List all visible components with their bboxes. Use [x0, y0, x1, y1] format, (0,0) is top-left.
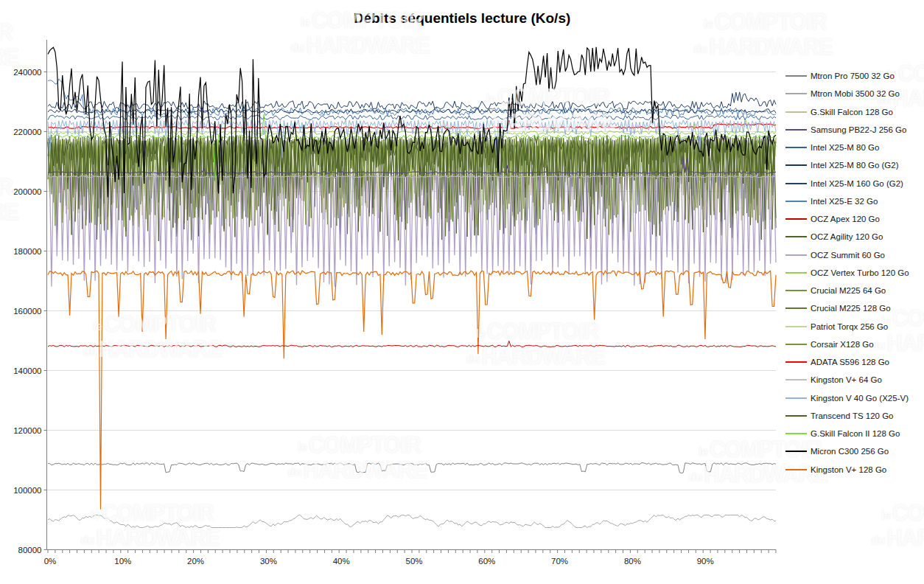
- legend-label: Mtron Mobi 3500 32 Go: [811, 89, 900, 98]
- legend-label: OCZ Agility 120 Go: [811, 232, 883, 241]
- legend-swatch-line: [785, 397, 807, 399]
- legend-item: Intel X25-M 160 Go (G2): [785, 175, 909, 192]
- legend-label: Intel X25-M 80 Go (G2): [811, 161, 899, 170]
- legend-label: Kingston V+ 64 Go: [811, 375, 882, 384]
- legend-item: Mtron Pro 7500 32 Go: [785, 67, 909, 85]
- legend-label: G.Skill Falcon II 128 Go: [811, 429, 900, 438]
- x-tick-label: 20%: [187, 557, 204, 566]
- legend-swatch-line: [785, 307, 807, 309]
- legend-label: Corsair X128 Go: [811, 340, 874, 349]
- legend-swatch-line: [785, 236, 807, 237]
- legend-swatch-line: [785, 147, 807, 148]
- series-line: [48, 515, 776, 528]
- legend-item: Patriot Torqx 256 Go: [785, 318, 909, 336]
- legend-swatch-line: [785, 183, 807, 184]
- legend-label: Kingston V 40 Go (X25-V): [811, 394, 909, 403]
- x-tick-label: 40%: [333, 557, 350, 566]
- legend-item: G.Skill Falcon 128 Go: [785, 103, 909, 121]
- legend-item: G.Skill Falcon II 128 Go: [785, 425, 909, 442]
- legend-item: OCZ Vertex Turbo 120 Go: [785, 264, 909, 282]
- legend-item: Kingston V+ 64 Go: [785, 371, 909, 389]
- legend-label: Kingston V+ 128 Go: [811, 465, 886, 474]
- legend-swatch-line: [785, 254, 807, 256]
- legend-label: OCZ Summit 60 Go: [811, 251, 885, 260]
- legend-item: Intel X25-E 32 Go: [785, 192, 909, 210]
- axes: 8000010000012000014000016000018000020000…: [13, 40, 776, 566]
- legend-label: Intel X25-M 80 Go: [811, 143, 879, 152]
- y-tick-label: 200000: [13, 187, 41, 196]
- legend-swatch-line: [785, 344, 807, 345]
- legend-label: Crucial M225 64 Go: [811, 286, 886, 295]
- x-tick-label: 10%: [114, 557, 131, 566]
- legend-swatch-line: [785, 75, 807, 77]
- legend-swatch-line: [785, 201, 807, 202]
- legend-item: Intel X25-M 80 Go: [785, 139, 909, 156]
- legend-item: Samsung PB22-J 256 Go: [785, 121, 909, 139]
- y-tick-label: 100000: [13, 486, 41, 495]
- legend-swatch-line: [785, 326, 807, 327]
- legend-swatch-line: [785, 218, 807, 220]
- legend-swatch-line: [785, 433, 807, 434]
- legend-label: Samsung PB22-J 256 Go: [811, 125, 906, 134]
- legend-swatch-line: [785, 93, 807, 94]
- legend-label: Transcend TS 120 Go: [811, 411, 894, 420]
- legend-item: Kingston V 40 Go (X25-V): [785, 389, 909, 407]
- legend-item: Micron C300 256 Go: [785, 442, 909, 460]
- legend-item: OCZ Apex 120 Go: [785, 210, 909, 228]
- legend-item: Corsair X128 Go: [785, 336, 909, 353]
- series-line: [48, 463, 776, 473]
- legend-swatch-line: [785, 361, 807, 363]
- legend-swatch-line: [785, 469, 807, 470]
- x-tick-label: 60%: [478, 557, 495, 566]
- x-tick-label: 30%: [260, 557, 277, 566]
- legend-item: Transcend TS 120 Go: [785, 407, 909, 425]
- legend-label: Intel X25-E 32 Go: [811, 197, 878, 206]
- legend-swatch-line: [785, 272, 807, 274]
- chart-container: Débits séquentiels lecture (Ko/s) 800001…: [0, 0, 924, 584]
- legend-label: G.Skill Falcon 128 Go: [811, 108, 893, 117]
- legend: Mtron Pro 7500 32 GoMtron Mobi 3500 32 G…: [785, 67, 909, 479]
- legend-item: Kingston V+ 128 Go: [785, 461, 909, 479]
- legend-item: OCZ Summit 60 Go: [785, 246, 909, 264]
- y-tick-label: 80000: [18, 546, 42, 555]
- legend-swatch-line: [785, 451, 807, 452]
- y-tick-label: 180000: [13, 247, 41, 256]
- legend-item: Mtron Mobi 3500 32 Go: [785, 85, 909, 102]
- series-line: [48, 271, 776, 510]
- legend-item: Crucial M225 64 Go: [785, 282, 909, 299]
- legend-label: Intel X25-M 160 Go (G2): [811, 179, 903, 188]
- legend-label: Crucial M225 128 Go: [811, 304, 891, 313]
- y-tick-label: 120000: [13, 426, 41, 435]
- x-tick-label: 80%: [624, 557, 641, 566]
- legend-swatch-line: [785, 111, 807, 113]
- legend-label: OCZ Vertex Turbo 120 Go: [811, 268, 909, 277]
- legend-label: Micron C300 256 Go: [811, 447, 889, 456]
- series-lines: [48, 47, 776, 528]
- y-tick-label: 240000: [13, 68, 41, 77]
- y-tick-label: 160000: [13, 307, 41, 316]
- legend-item: Intel X25-M 80 Go (G2): [785, 156, 909, 174]
- legend-item: ADATA S596 128 Go: [785, 353, 909, 371]
- legend-label: ADATA S596 128 Go: [811, 358, 889, 366]
- legend-item: OCZ Agility 120 Go: [785, 228, 909, 246]
- legend-swatch-line: [785, 290, 807, 291]
- x-tick-label: 50%: [405, 557, 422, 566]
- legend-item: Crucial M225 128 Go: [785, 299, 909, 317]
- x-tick-label: 70%: [551, 557, 568, 566]
- legend-swatch-line: [785, 129, 807, 131]
- legend-swatch-line: [785, 379, 807, 380]
- x-tick-label: 0%: [44, 557, 57, 566]
- legend-swatch-line: [785, 415, 807, 417]
- legend-label: OCZ Apex 120 Go: [811, 215, 880, 223]
- x-tick-label: 90%: [697, 557, 714, 566]
- series-line: [48, 341, 776, 347]
- legend-label: Patriot Torqx 256 Go: [811, 322, 888, 331]
- legend-label: Mtron Pro 7500 32 Go: [811, 72, 895, 80]
- legend-swatch-line: [785, 164, 807, 166]
- y-tick-label: 220000: [13, 128, 41, 136]
- y-tick-label: 140000: [13, 366, 41, 375]
